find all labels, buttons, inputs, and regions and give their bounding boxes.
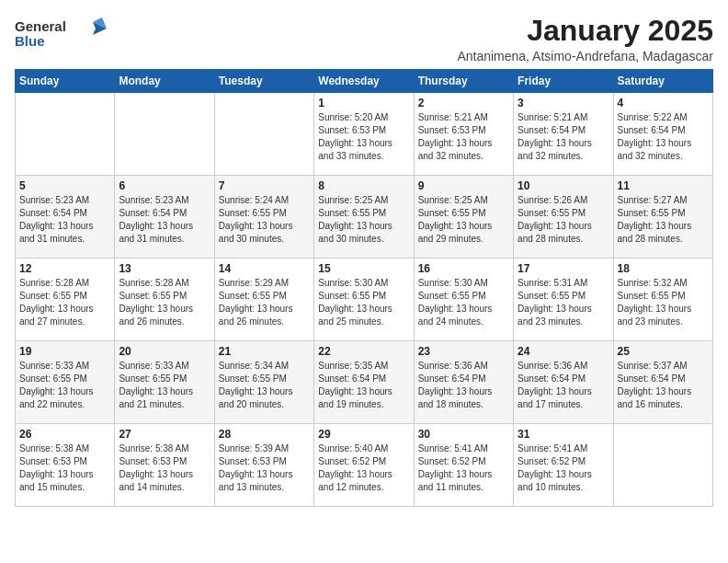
day-info: Sunrise: 5:31 AMSunset: 6:55 PMDaylight:… bbox=[518, 277, 609, 328]
calendar-cell: 31Sunrise: 5:41 AMSunset: 6:52 PMDayligh… bbox=[514, 424, 613, 507]
day-info: Sunrise: 5:27 AMSunset: 6:55 PMDaylight:… bbox=[618, 194, 709, 246]
day-number: 31 bbox=[518, 428, 609, 441]
calendar-cell: 18Sunrise: 5:32 AMSunset: 6:55 PMDayligh… bbox=[613, 259, 712, 341]
day-info: Sunrise: 5:23 AMSunset: 6:54 PMDaylight:… bbox=[19, 194, 110, 246]
calendar-cell: 20Sunrise: 5:33 AMSunset: 6:55 PMDayligh… bbox=[115, 341, 214, 424]
calendar-cell bbox=[115, 93, 214, 176]
logo-text: General Blue bbox=[15, 15, 107, 55]
day-number: 2 bbox=[418, 97, 509, 109]
day-number: 22 bbox=[318, 345, 409, 358]
calendar-cell: 22Sunrise: 5:35 AMSunset: 6:54 PMDayligh… bbox=[314, 341, 414, 424]
day-info: Sunrise: 5:41 AMSunset: 6:52 PMDaylight:… bbox=[418, 442, 509, 494]
day-info: Sunrise: 5:33 AMSunset: 6:55 PMDaylight:… bbox=[119, 360, 210, 411]
calendar-cell: 30Sunrise: 5:41 AMSunset: 6:52 PMDayligh… bbox=[414, 424, 513, 507]
calendar-cell: 4Sunrise: 5:22 AMSunset: 6:54 PMDaylight… bbox=[613, 93, 712, 176]
calendar-cell: 14Sunrise: 5:29 AMSunset: 6:55 PMDayligh… bbox=[214, 259, 313, 341]
day-info: Sunrise: 5:26 AMSunset: 6:55 PMDaylight:… bbox=[518, 194, 609, 246]
day-header-wednesday: Wednesday bbox=[314, 70, 414, 93]
calendar-week-4: 19Sunrise: 5:33 AMSunset: 6:55 PMDayligh… bbox=[16, 341, 713, 424]
day-number: 18 bbox=[618, 262, 709, 275]
calendar-cell: 10Sunrise: 5:26 AMSunset: 6:55 PMDayligh… bbox=[514, 176, 613, 259]
day-info: Sunrise: 5:23 AMSunset: 6:54 PMDaylight:… bbox=[119, 194, 210, 246]
calendar-cell: 1Sunrise: 5:20 AMSunset: 6:53 PMDaylight… bbox=[314, 93, 414, 176]
logo: General Blue bbox=[15, 15, 107, 55]
day-info: Sunrise: 5:25 AMSunset: 6:55 PMDaylight:… bbox=[318, 194, 409, 246]
day-number: 14 bbox=[219, 262, 310, 275]
day-header-friday: Friday bbox=[514, 70, 613, 93]
day-header-saturday: Saturday bbox=[613, 70, 712, 93]
day-header-tuesday: Tuesday bbox=[214, 70, 313, 93]
day-header-sunday: Sunday bbox=[16, 70, 115, 93]
day-info: Sunrise: 5:30 AMSunset: 6:55 PMDaylight:… bbox=[318, 277, 409, 328]
calendar-cell: 6Sunrise: 5:23 AMSunset: 6:54 PMDaylight… bbox=[115, 176, 214, 259]
calendar-cell: 27Sunrise: 5:38 AMSunset: 6:53 PMDayligh… bbox=[115, 424, 214, 507]
calendar-cell: 2Sunrise: 5:21 AMSunset: 6:53 PMDaylight… bbox=[414, 93, 513, 176]
calendar-week-5: 26Sunrise: 5:38 AMSunset: 6:53 PMDayligh… bbox=[16, 424, 713, 507]
calendar-cell: 3Sunrise: 5:21 AMSunset: 6:54 PMDaylight… bbox=[514, 93, 613, 176]
day-number: 25 bbox=[618, 345, 709, 358]
day-number: 19 bbox=[19, 345, 110, 358]
day-info: Sunrise: 5:34 AMSunset: 6:55 PMDaylight:… bbox=[219, 360, 310, 411]
month-title: January 2025 bbox=[457, 15, 713, 47]
day-info: Sunrise: 5:29 AMSunset: 6:55 PMDaylight:… bbox=[219, 277, 310, 328]
day-number: 6 bbox=[119, 179, 210, 192]
day-info: Sunrise: 5:39 AMSunset: 6:53 PMDaylight:… bbox=[219, 442, 310, 494]
day-info: Sunrise: 5:24 AMSunset: 6:55 PMDaylight:… bbox=[219, 194, 310, 246]
calendar-cell: 23Sunrise: 5:36 AMSunset: 6:54 PMDayligh… bbox=[414, 341, 513, 424]
day-number: 17 bbox=[518, 262, 609, 275]
day-number: 7 bbox=[219, 179, 310, 192]
calendar-cell: 25Sunrise: 5:37 AMSunset: 6:54 PMDayligh… bbox=[613, 341, 712, 424]
calendar-week-2: 5Sunrise: 5:23 AMSunset: 6:54 PMDaylight… bbox=[16, 176, 713, 259]
day-number: 10 bbox=[518, 179, 609, 192]
day-number: 11 bbox=[618, 179, 709, 192]
day-header-thursday: Thursday bbox=[414, 70, 513, 93]
day-header-monday: Monday bbox=[115, 70, 214, 93]
day-info: Sunrise: 5:28 AMSunset: 6:55 PMDaylight:… bbox=[119, 277, 210, 328]
day-number: 24 bbox=[518, 345, 609, 358]
day-info: Sunrise: 5:38 AMSunset: 6:53 PMDaylight:… bbox=[119, 442, 210, 494]
svg-text:Blue: Blue bbox=[15, 33, 45, 49]
day-number: 15 bbox=[318, 262, 409, 275]
svg-text:General: General bbox=[15, 18, 66, 34]
calendar-table: SundayMondayTuesdayWednesdayThursdayFrid… bbox=[15, 69, 713, 507]
calendar-week-1: 1Sunrise: 5:20 AMSunset: 6:53 PMDaylight… bbox=[16, 93, 713, 176]
title-block: January 2025 Antanimena, Atsimo-Andrefan… bbox=[457, 15, 713, 63]
day-number: 30 bbox=[418, 428, 509, 441]
calendar-cell: 26Sunrise: 5:38 AMSunset: 6:53 PMDayligh… bbox=[16, 424, 115, 507]
calendar-cell: 12Sunrise: 5:28 AMSunset: 6:55 PMDayligh… bbox=[16, 259, 115, 341]
calendar-cell: 17Sunrise: 5:31 AMSunset: 6:55 PMDayligh… bbox=[514, 259, 613, 341]
day-info: Sunrise: 5:28 AMSunset: 6:55 PMDaylight:… bbox=[19, 277, 110, 328]
day-info: Sunrise: 5:22 AMSunset: 6:54 PMDaylight:… bbox=[618, 111, 709, 163]
calendar-cell bbox=[613, 424, 712, 507]
calendar-week-3: 12Sunrise: 5:28 AMSunset: 6:55 PMDayligh… bbox=[16, 259, 713, 341]
day-info: Sunrise: 5:35 AMSunset: 6:54 PMDaylight:… bbox=[318, 360, 409, 411]
day-number: 13 bbox=[119, 262, 210, 275]
day-info: Sunrise: 5:41 AMSunset: 6:52 PMDaylight:… bbox=[518, 442, 609, 494]
calendar-cell: 16Sunrise: 5:30 AMSunset: 6:55 PMDayligh… bbox=[414, 259, 513, 341]
day-number: 26 bbox=[19, 428, 110, 441]
calendar-cell: 8Sunrise: 5:25 AMSunset: 6:55 PMDaylight… bbox=[314, 176, 414, 259]
day-info: Sunrise: 5:30 AMSunset: 6:55 PMDaylight:… bbox=[418, 277, 509, 328]
calendar-cell bbox=[16, 93, 115, 176]
day-number: 1 bbox=[318, 97, 409, 109]
day-info: Sunrise: 5:25 AMSunset: 6:55 PMDaylight:… bbox=[418, 194, 509, 246]
day-number: 8 bbox=[318, 179, 409, 192]
day-number: 3 bbox=[518, 97, 609, 109]
day-info: Sunrise: 5:38 AMSunset: 6:53 PMDaylight:… bbox=[19, 442, 110, 494]
page-container: General Blue January 2025 Antanimena, At… bbox=[0, 0, 728, 516]
header: General Blue January 2025 Antanimena, At… bbox=[15, 15, 713, 63]
day-number: 28 bbox=[219, 428, 310, 441]
day-number: 21 bbox=[219, 345, 310, 358]
day-number: 23 bbox=[418, 345, 509, 358]
day-info: Sunrise: 5:32 AMSunset: 6:55 PMDaylight:… bbox=[618, 277, 709, 328]
calendar-cell: 28Sunrise: 5:39 AMSunset: 6:53 PMDayligh… bbox=[214, 424, 313, 507]
day-number: 16 bbox=[418, 262, 509, 275]
subtitle: Antanimena, Atsimo-Andrefana, Madagascar bbox=[457, 49, 713, 63]
day-info: Sunrise: 5:36 AMSunset: 6:54 PMDaylight:… bbox=[518, 360, 609, 411]
calendar-cell: 24Sunrise: 5:36 AMSunset: 6:54 PMDayligh… bbox=[514, 341, 613, 424]
day-number: 27 bbox=[119, 428, 210, 441]
day-info: Sunrise: 5:21 AMSunset: 6:53 PMDaylight:… bbox=[418, 111, 509, 163]
day-info: Sunrise: 5:36 AMSunset: 6:54 PMDaylight:… bbox=[418, 360, 509, 411]
calendar-cell: 15Sunrise: 5:30 AMSunset: 6:55 PMDayligh… bbox=[314, 259, 414, 341]
day-number: 9 bbox=[418, 179, 509, 192]
